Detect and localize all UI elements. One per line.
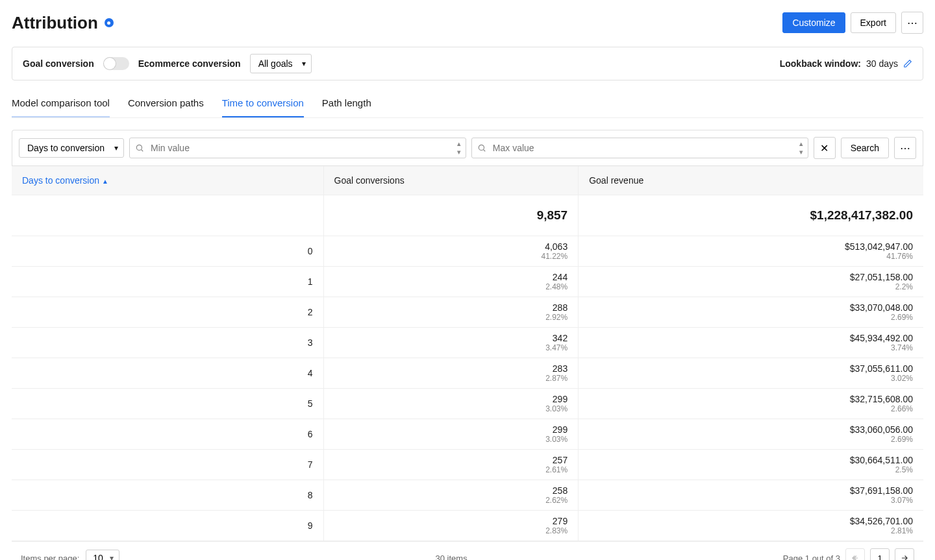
total-revenue: $1,228,417,382.00 <box>579 195 923 236</box>
sort-asc-icon: ▲ <box>102 178 108 185</box>
dimension-select[interactable]: Days to conversion <box>19 138 124 158</box>
goal-conversion-label: Goal conversion <box>23 58 94 69</box>
table-row: 22882.92%$33,070,048.002.69% <box>12 297 923 328</box>
cell-revenue: $34,526,701.002.81% <box>579 511 923 541</box>
tab-path-length[interactable]: Path length <box>322 97 371 117</box>
cell-revenue: $32,715,608.002.66% <box>579 389 923 419</box>
column-header-revenue[interactable]: Goal revenue <box>579 166 923 195</box>
cell-conversions: 2582.62% <box>323 480 579 511</box>
clear-filter-button[interactable]: ✕ <box>814 137 836 159</box>
stepper-icon[interactable]: ▴▾ <box>799 140 803 156</box>
lookback-label: Lookback window: <box>780 58 861 69</box>
lookback-value: 30 days <box>866 58 898 69</box>
min-value-input[interactable] <box>129 138 466 158</box>
page-info: Page 1 out of 3 <box>783 554 840 561</box>
totals-row: 9,857 $1,228,417,382.00 <box>12 195 923 236</box>
cell-days: 0 <box>12 236 323 267</box>
table-filter-row: Days to conversion ▴▾ ▴▾ ✕ Search ⋯ <box>12 130 923 165</box>
cell-conversions: 2882.92% <box>323 297 579 328</box>
stepper-icon[interactable]: ▴▾ <box>457 140 461 156</box>
cell-conversions: 2993.03% <box>323 419 579 450</box>
table-row: 82582.62%$37,691,158.003.07% <box>12 480 923 511</box>
cell-conversions: 2442.48% <box>323 267 579 297</box>
cell-days: 3 <box>12 328 323 358</box>
more-icon: ⋯ <box>907 17 917 29</box>
ecommerce-conversion-label: Ecommerce conversion <box>138 58 241 69</box>
conversion-type-toggle[interactable] <box>103 57 129 70</box>
table-row: 72572.61%$30,664,511.002.5% <box>12 450 923 480</box>
cell-revenue: $513,042,947.0041.76% <box>579 236 923 267</box>
pencil-icon <box>903 59 912 68</box>
search-button[interactable]: Search <box>841 138 889 158</box>
cell-days: 9 <box>12 511 323 541</box>
more-icon: ⋯ <box>900 142 910 154</box>
pagination: Items per page: 10 30 items Page 1 out o… <box>12 541 923 560</box>
items-per-page-select[interactable]: 10 <box>86 550 119 560</box>
cell-days: 6 <box>12 419 323 450</box>
customize-button[interactable]: Customize <box>782 12 845 33</box>
cell-revenue: $27,051,158.002.2% <box>579 267 923 297</box>
items-per-page-label: Items per page: <box>21 554 79 561</box>
goals-select[interactable]: All goals <box>250 54 312 73</box>
table-row: 42832.87%$37,055,611.003.02% <box>12 358 923 389</box>
edit-lookback-button[interactable] <box>903 59 912 68</box>
table-row: 33423.47%$45,934,492.003.74% <box>12 328 923 358</box>
table-row: 04,06341.22%$513,042,947.0041.76% <box>12 236 923 267</box>
tab-conversion-paths[interactable]: Conversion paths <box>128 97 204 117</box>
cell-days: 2 <box>12 297 323 328</box>
cell-revenue: $45,934,492.003.74% <box>579 328 923 358</box>
cell-conversions: 2832.87% <box>323 358 579 389</box>
cell-days: 5 <box>12 389 323 419</box>
cell-conversions: 2792.83% <box>323 511 579 541</box>
cell-days: 7 <box>12 450 323 480</box>
table-row: 62993.03%$33,060,056.002.69% <box>12 419 923 450</box>
page-number-input[interactable] <box>870 548 890 560</box>
cell-conversions: 4,06341.22% <box>323 236 579 267</box>
attribution-table: Days to conversion▲ Goal conversions Goa… <box>12 165 923 541</box>
cell-days: 8 <box>12 480 323 511</box>
table-row: 52993.03%$32,715,608.002.66% <box>12 389 923 419</box>
tab-time-to-conversion[interactable]: Time to conversion <box>222 97 304 117</box>
cell-conversions: 2993.03% <box>323 389 579 419</box>
filters-bar: Goal conversion Ecommerce conversion All… <box>12 47 923 80</box>
page-title: Attribution <box>12 13 98 33</box>
table-options-button[interactable]: ⋯ <box>894 137 916 159</box>
cell-revenue: $37,691,158.003.07% <box>579 480 923 511</box>
svg-point-0 <box>136 145 142 150</box>
total-items-label: 30 items <box>436 554 468 561</box>
table-row: 92792.83%$34,526,701.002.81% <box>12 511 923 541</box>
cell-revenue: $37,055,611.003.02% <box>579 358 923 389</box>
arrow-right-icon <box>900 554 909 560</box>
help-icon[interactable] <box>105 18 114 27</box>
prev-page-button[interactable] <box>845 548 865 560</box>
cell-conversions: 3423.47% <box>323 328 579 358</box>
cell-revenue: $33,070,048.002.69% <box>579 297 923 328</box>
tab-model-comparison-tool[interactable]: Model comparison tool <box>12 97 110 117</box>
table-row: 12442.48%$27,051,158.002.2% <box>12 267 923 297</box>
close-icon: ✕ <box>820 142 829 154</box>
max-value-input[interactable] <box>471 138 808 158</box>
svg-point-1 <box>479 145 484 150</box>
cell-revenue: $30,664,511.002.5% <box>579 450 923 480</box>
next-page-button[interactable] <box>895 548 914 560</box>
cell-days: 4 <box>12 358 323 389</box>
report-tabs: Model comparison toolConversion pathsTim… <box>12 97 923 118</box>
cell-days: 1 <box>12 267 323 297</box>
search-icon <box>477 143 486 152</box>
column-header-conversions[interactable]: Goal conversions <box>323 166 579 195</box>
cell-revenue: $33,060,056.002.69% <box>579 419 923 450</box>
arrow-left-icon <box>851 554 860 560</box>
search-icon <box>135 143 144 152</box>
cell-conversions: 2572.61% <box>323 450 579 480</box>
total-conversions: 9,857 <box>323 195 579 236</box>
export-button[interactable]: Export <box>851 12 896 33</box>
column-header-days[interactable]: Days to conversion▲ <box>12 166 323 195</box>
more-menu-button[interactable]: ⋯ <box>901 12 923 34</box>
